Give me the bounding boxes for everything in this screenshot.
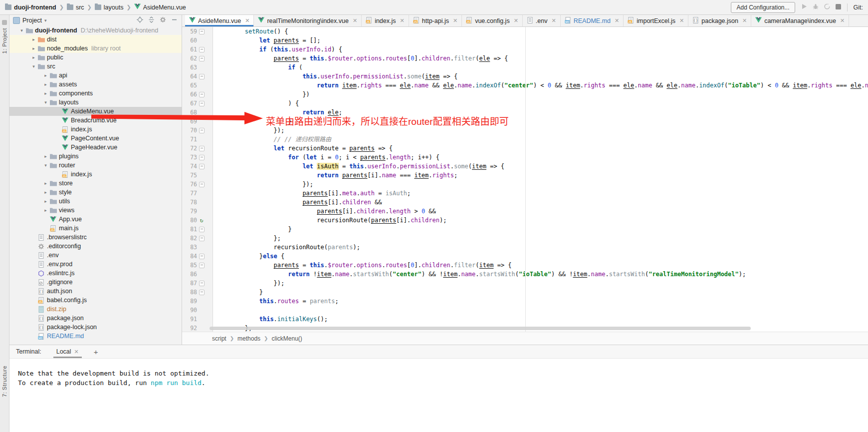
- editor-gutter[interactable]: 90: [182, 306, 213, 315]
- project-view-selector[interactable]: Project: [22, 17, 42, 24]
- horizontal-scrollbar[interactable]: [210, 327, 751, 330]
- chevron-right-icon[interactable]: ▸: [42, 154, 49, 159]
- chevron-down-icon[interactable]: ▾: [44, 18, 47, 23]
- tree-item-views[interactable]: ▸views: [9, 206, 182, 215]
- chevron-right-icon[interactable]: ▸: [42, 91, 49, 96]
- breadcrumb-clickmenu[interactable]: clickMenu(): [271, 335, 302, 342]
- hide-icon[interactable]: [171, 16, 178, 24]
- run-icon[interactable]: [801, 3, 807, 11]
- debug-icon[interactable]: [813, 3, 819, 11]
- git-menu[interactable]: Git:: [854, 4, 863, 11]
- editor-gutter[interactable]: 85: [182, 261, 213, 270]
- chevron-right-icon[interactable]: ▸: [42, 208, 49, 213]
- close-icon[interactable]: ✕: [74, 349, 79, 355]
- tree-item-main-js[interactable]: JSmain.js: [9, 224, 182, 233]
- close-tab-icon[interactable]: ✕: [679, 17, 684, 24]
- tree-item-router[interactable]: ▾router: [9, 161, 182, 170]
- editor-gutter[interactable]: 75: [182, 171, 213, 180]
- breadcrumb-file[interactable]: AsideMenu.vue: [134, 3, 186, 11]
- breadcrumb-layouts[interactable]: layouts: [95, 4, 124, 11]
- editor-gutter[interactable]: 86: [182, 270, 213, 279]
- fold-icon[interactable]: [199, 47, 205, 52]
- close-tab-icon[interactable]: ✕: [400, 17, 405, 24]
- tree-item-components[interactable]: ▸components: [9, 89, 182, 98]
- editor-gutter[interactable]: 87: [182, 279, 213, 288]
- fold-icon[interactable]: [199, 290, 205, 295]
- tree-item-dist[interactable]: ▸dist: [9, 35, 182, 44]
- editor-gutter[interactable]: 69: [182, 117, 213, 126]
- tree-item-auth-json[interactable]: {}auth.json: [9, 287, 182, 296]
- tab-http-api-js[interactable]: JShttp-api.js✕: [409, 15, 462, 26]
- structure-tool-button[interactable]: 7: Structure: [0, 366, 9, 397]
- close-tab-icon[interactable]: ✕: [552, 17, 556, 24]
- tree-item-api[interactable]: ▸api: [9, 71, 182, 80]
- editor-gutter[interactable]: 59: [182, 27, 213, 36]
- tree-item-package-json[interactable]: {}package.json: [9, 314, 182, 323]
- editor-gutter[interactable]: 71: [182, 135, 213, 144]
- close-tab-icon[interactable]: ✕: [514, 17, 518, 24]
- chevron-right-icon[interactable]: ▸: [30, 55, 37, 60]
- tab-asidemenu-vue[interactable]: AsideMenu.vue✕: [185, 15, 254, 26]
- tab--env[interactable]: .env✕: [523, 15, 561, 26]
- editor-gutter[interactable]: 65: [182, 81, 213, 90]
- tree-item-public[interactable]: ▸public: [9, 53, 182, 62]
- stop-icon[interactable]: [836, 4, 841, 11]
- tree-item--browserslistrc[interactable]: .browserslistrc: [9, 233, 182, 242]
- fold-icon[interactable]: [199, 101, 205, 106]
- chevron-right-icon[interactable]: ▸: [42, 199, 49, 204]
- code-editor[interactable]: 59 setRoute() {60 let parents = [];61 if…: [182, 27, 868, 332]
- close-tab-icon[interactable]: ✕: [245, 17, 249, 24]
- editor-gutter[interactable]: 66: [182, 90, 213, 99]
- breadcrumb-project[interactable]: duoji-frontend: [5, 4, 56, 11]
- tab-cameramanage-index-vue[interactable]: cameraManage\index.vue✕: [751, 15, 849, 26]
- tree-item--env[interactable]: .env: [9, 251, 182, 260]
- editor-gutter[interactable]: 61: [182, 45, 213, 54]
- chevron-right-icon[interactable]: ▸: [42, 190, 49, 195]
- tree-item-pagecontent-vue[interactable]: PageContent.vue: [9, 134, 182, 143]
- close-tab-icon[interactable]: ✕: [615, 17, 619, 24]
- editor-gutter[interactable]: 60: [182, 36, 213, 45]
- settings-icon[interactable]: [160, 16, 166, 24]
- tree-item-app-vue[interactable]: App.vue: [9, 215, 182, 224]
- close-tab-icon[interactable]: ✕: [353, 17, 357, 24]
- editor-gutter[interactable]: 70: [182, 126, 213, 135]
- terminal-tab-local[interactable]: Local ✕: [53, 345, 82, 358]
- fold-icon[interactable]: [199, 128, 205, 133]
- close-tab-icon[interactable]: ✕: [742, 17, 747, 24]
- tab-realtimemonitoring-index-vue[interactable]: realTimeMonitoring\index.vue✕: [254, 15, 362, 26]
- editor-gutter[interactable]: 89: [182, 297, 213, 306]
- breadcrumb-script[interactable]: script: [212, 335, 226, 342]
- editor-gutter[interactable]: 67: [182, 99, 213, 108]
- editor-gutter[interactable]: 64: [182, 72, 213, 81]
- editor-gutter[interactable]: 76: [182, 180, 213, 189]
- tree-item-babel-config-js[interactable]: JSbabel.config.js: [9, 296, 182, 305]
- tree-item-node-modules[interactable]: ▸node_moduleslibrary root: [9, 44, 182, 53]
- chevron-down-icon[interactable]: ▾: [18, 28, 25, 33]
- editor-gutter[interactable]: 82: [182, 234, 213, 243]
- tree-item-style[interactable]: ▸style: [9, 188, 182, 197]
- tab-package-json[interactable]: {}package.json✕: [688, 15, 751, 26]
- chevron-right-icon[interactable]: ▸: [42, 181, 49, 186]
- tree-item-store[interactable]: ▸store: [9, 179, 182, 188]
- tree-item-dist-zip[interactable]: dist.zip: [9, 305, 182, 314]
- tree-item--env-prod[interactable]: .env.prod: [9, 260, 182, 269]
- collapse-all-icon[interactable]: [148, 16, 155, 24]
- tree-item-breadcrumb-vue[interactable]: Breadcrumb.vue: [9, 116, 182, 125]
- fold-icon[interactable]: [199, 236, 205, 241]
- new-terminal-button[interactable]: +: [94, 348, 98, 356]
- editor-gutter[interactable]: 72: [182, 144, 213, 153]
- fold-icon[interactable]: [199, 155, 205, 160]
- editor-gutter[interactable]: 62: [182, 54, 213, 63]
- fold-icon[interactable]: [199, 164, 205, 169]
- editor-gutter[interactable]: 77: [182, 189, 213, 198]
- tree-item-asidemenu-vue[interactable]: AsideMenu.vue: [9, 107, 182, 116]
- close-tab-icon[interactable]: ✕: [453, 17, 457, 24]
- editor-gutter[interactable]: 80↻: [182, 216, 213, 225]
- fold-icon[interactable]: [199, 254, 205, 259]
- tree-item-package-lock-json[interactable]: {}package-lock.json: [9, 323, 182, 332]
- fold-icon[interactable]: [199, 281, 205, 286]
- add-configuration-button[interactable]: Add Configuration...: [731, 2, 795, 13]
- profile-icon[interactable]: [824, 3, 830, 11]
- editor-gutter[interactable]: 73: [182, 153, 213, 162]
- chevron-down-icon[interactable]: ▾: [30, 64, 37, 69]
